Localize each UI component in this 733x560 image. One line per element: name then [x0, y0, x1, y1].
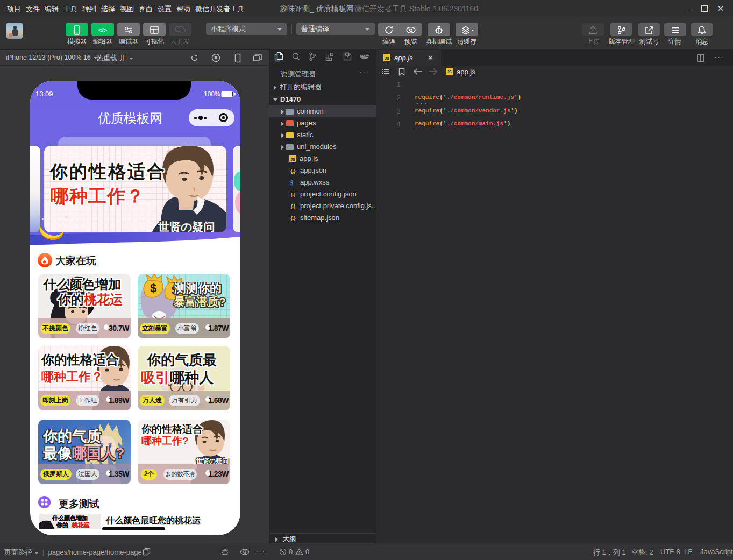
svg-text:$: $ — [150, 281, 156, 295]
svg-text:你的: 你的 — [56, 522, 68, 528]
svg-text:桃花运: 桃花运 — [72, 522, 90, 528]
svg-text:什么颜色增加: 什么颜色增加 — [52, 515, 88, 521]
